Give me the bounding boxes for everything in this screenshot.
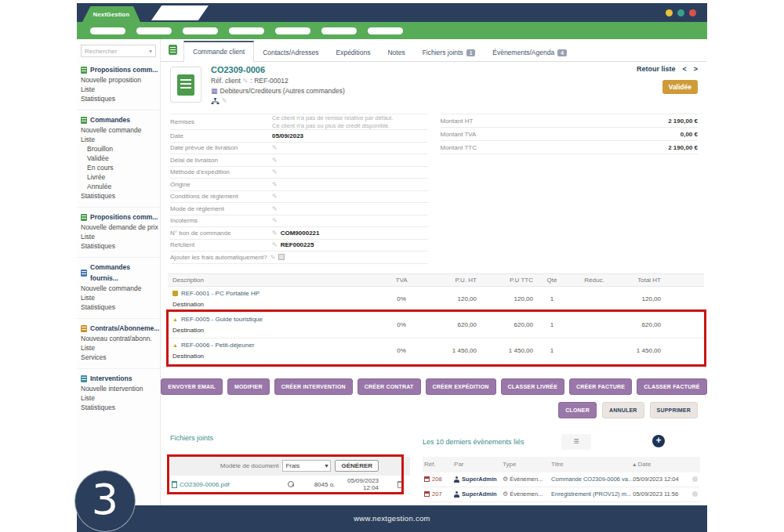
edit-pencil-icon[interactable]: ✎ <box>272 157 278 164</box>
event-status-dot <box>692 476 698 482</box>
edit-pencil-icon[interactable]: ✎ <box>272 193 278 200</box>
event-ref-link[interactable]: 208 <box>432 476 442 483</box>
sidebar-section-propositions-2[interactable]: Propositions comm... <box>77 212 160 223</box>
nav-pill[interactable] <box>368 27 403 34</box>
edit-pencil-icon[interactable]: ✎ <box>243 78 249 85</box>
sidebar-section-commandes-fournisseurs[interactable]: Commandes fournis... <box>77 262 160 284</box>
edit-pencil-icon[interactable]: ✎ <box>222 97 227 104</box>
sidebar-item[interactable]: Annulée <box>77 182 160 191</box>
nav-pill[interactable] <box>183 27 218 34</box>
auto-fees-checkbox[interactable] <box>278 254 285 260</box>
footer: www.nextgestion.com <box>77 505 707 532</box>
chevron-down-icon: ▾ <box>149 48 152 55</box>
tab-expeditions[interactable]: Expéditions <box>327 43 379 62</box>
create-invoice-button[interactable]: CRÉER FACTURE <box>569 378 632 395</box>
event-title-link[interactable]: Enregistrement (PROV12) m... <box>551 490 633 498</box>
field-row: Méthode d'expédition ✎ <box>170 167 428 179</box>
edit-pencil-icon[interactable]: ✎ <box>270 254 276 261</box>
create-shipment-button[interactable]: CRÉER EXPÉDITION <box>426 378 496 395</box>
prev-record-icon[interactable]: < <box>682 65 686 73</box>
sidebar-item[interactable]: Liste <box>77 393 160 403</box>
window-dot-teal-icon[interactable] <box>677 9 684 16</box>
logo-slash-decoration <box>151 5 209 20</box>
field-row: Délai de livraison ✎ <box>170 154 428 167</box>
sidebar-item[interactable]: Statistiques <box>77 191 160 201</box>
tab-contacts-adresses[interactable]: Contacts/Adresses <box>254 43 327 62</box>
edit-pencil-icon[interactable]: ✎ <box>272 168 278 176</box>
sidebar-item[interactable]: Services <box>77 353 160 362</box>
window-dot-red-icon[interactable] <box>689 9 696 16</box>
project-share-icon[interactable] <box>211 98 220 104</box>
sidebar-item[interactable]: Liste <box>77 85 160 94</box>
sidebar-item[interactable]: Nouveau contrat/abonn. <box>77 334 160 343</box>
next-record-icon[interactable]: > <box>694 65 698 73</box>
nav-pill[interactable] <box>90 27 125 34</box>
sidebar-item[interactable]: Liste <box>77 232 160 241</box>
intervention-icon <box>81 375 87 382</box>
send-email-button[interactable]: ENVOYER EMAIL <box>161 378 223 395</box>
nav-pill[interactable] <box>321 27 357 34</box>
sidebar-item[interactable]: Nouvelle intervention <box>77 384 160 393</box>
classify-billed-button[interactable]: CLASSER FACTURÉ <box>637 378 706 395</box>
sidebar-section-commandes[interactable]: Commandes <box>77 114 160 125</box>
edit-pencil-icon[interactable]: ✎ <box>272 144 278 151</box>
modify-button[interactable]: MODIFIER <box>227 378 270 395</box>
document-icon <box>169 45 177 55</box>
tab-commande-client[interactable]: Commande client <box>183 41 254 62</box>
delete-button[interactable]: SUPPRIMER <box>650 402 698 418</box>
tab-fichiers-joints[interactable]: Fichiers joints1 <box>414 43 485 62</box>
sidebar-item[interactable]: Nouvelle commande <box>77 284 160 293</box>
field-row: Conditions de règlement ✎ <box>170 191 428 204</box>
tab-evenements-agenda[interactable]: Évènements/Agenda4 <box>484 43 575 62</box>
sidebar-section-contrats[interactable]: Contrats/Abonneme... <box>77 323 160 334</box>
nav-pill[interactable] <box>229 27 264 34</box>
clone-button[interactable]: CLONER <box>558 402 597 418</box>
cancel-button[interactable]: ANNULER <box>602 402 644 418</box>
sidebar-item[interactable]: Liste <box>77 135 160 144</box>
list-menu-icon[interactable]: ≡ <box>561 434 591 450</box>
edit-pencil-icon[interactable]: ✎ <box>272 205 278 212</box>
total-row: Montant HT 2 190,00 € <box>441 114 699 128</box>
back-to-list-link[interactable]: Retour liste <box>637 65 676 73</box>
sidebar-item[interactable]: En cours <box>77 163 160 172</box>
sidebar-item[interactable]: Statistiques <box>77 302 160 312</box>
edit-pencil-icon[interactable]: ✎ <box>272 241 278 248</box>
product-icon <box>172 291 178 296</box>
bank-icon: ▦ <box>211 88 218 94</box>
sidebar-item[interactable]: Statistiques <box>77 241 160 251</box>
user-link[interactable]: SuperAdmin <box>462 490 497 498</box>
tab-notes[interactable]: Notes <box>379 43 413 62</box>
edit-pencil-icon[interactable]: ✎ <box>272 217 278 224</box>
create-contract-button[interactable]: CRÉER CONTRAT <box>358 378 421 395</box>
search-input[interactable]: Rechercher ▾ <box>81 45 156 57</box>
create-intervention-button[interactable]: CRÉER INTERVENTION <box>274 378 353 395</box>
user-link[interactable]: SuperAdmin <box>462 476 497 483</box>
edit-pencil-icon[interactable]: ✎ <box>272 181 278 188</box>
event-title-link[interactable]: Commande CO2309-0006 va... <box>551 476 633 483</box>
sidebar-section-interventions[interactable]: Interventions <box>77 373 160 384</box>
sidebar-item[interactable]: Nouvelle commande <box>77 125 160 135</box>
sidebar-item[interactable]: Brouillon <box>77 144 160 154</box>
sidebar-item[interactable]: Livrée <box>77 172 160 182</box>
sidebar-item[interactable]: Statistiques <box>77 94 160 103</box>
add-event-button[interactable]: + <box>652 435 665 447</box>
window-dot-yellow-icon[interactable] <box>666 9 673 16</box>
sidebar-item[interactable]: Validée <box>77 154 160 163</box>
bank-account-line[interactable]: Debiteurs/Crediteurs (Autres commandes) <box>220 87 345 95</box>
sort-date-header[interactable]: ▴ Date <box>633 461 689 468</box>
sidebar-item[interactable]: Statistiques <box>77 403 160 412</box>
classify-delivered-button[interactable]: CLASSER LIVRÉE <box>501 378 564 395</box>
sidebar-item[interactable]: Liste <box>77 293 160 302</box>
event-ref-link[interactable]: 207 <box>432 490 442 498</box>
nav-pill[interactable] <box>275 27 310 34</box>
sidebar-item[interactable]: Nouvelle demande de prix <box>77 223 160 232</box>
sidebar-item[interactable]: Nouvelle proposition <box>77 75 160 85</box>
product-link[interactable]: REF-0001 - PC Portable HP <box>172 290 383 297</box>
sidebar-item[interactable]: Liste <box>77 343 160 353</box>
edit-pencil-icon[interactable]: ✎ <box>272 230 278 237</box>
nav-pill[interactable] <box>136 27 172 34</box>
sidebar-section-propositions[interactable]: Propositions comm... <box>77 64 160 75</box>
brand-logo[interactable]: NextGestion <box>82 6 140 22</box>
order-thumbnail <box>170 67 201 103</box>
proposal-icon <box>81 214 87 221</box>
